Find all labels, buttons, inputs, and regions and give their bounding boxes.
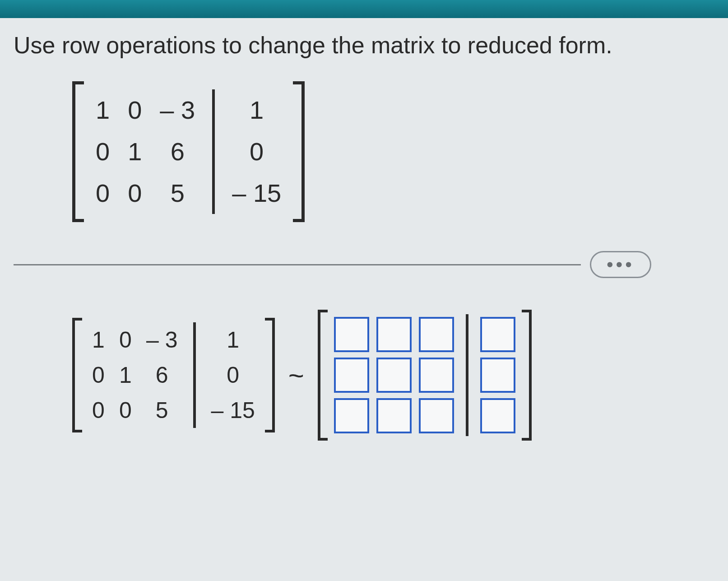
matrix-cell: 0: [87, 131, 119, 172]
matrix-cell: 0: [112, 393, 139, 428]
augment-bar-icon: [212, 89, 215, 214]
matrix-cell: 5: [139, 393, 185, 428]
answer-input-r3aug[interactable]: [480, 398, 515, 433]
answer-input-r1c3[interactable]: [419, 317, 454, 352]
bracket-right-icon: [522, 310, 532, 441]
answer-input-r2c3[interactable]: [419, 358, 454, 393]
matrix-cell: – 15: [223, 172, 290, 214]
matrix-cell: 6: [139, 358, 185, 393]
answer-input-r1aug[interactable]: [480, 317, 515, 352]
matrix-cell: – 3: [139, 322, 185, 358]
matrix-cell: 6: [151, 131, 204, 172]
matrix-cell: 1: [119, 131, 151, 172]
matrix-cell: 0: [85, 393, 112, 428]
matrix-cell: 1: [204, 322, 262, 358]
bracket-left-icon: [318, 310, 328, 441]
bracket-left-icon: [72, 81, 82, 222]
answer-input-r3c2[interactable]: [376, 398, 412, 433]
matrix-cell: 0: [223, 131, 290, 172]
given-matrix: 1 0 0 0 1 0 – 3 6 5 1 0 – 1: [72, 81, 305, 222]
bracket-right-icon: [295, 81, 305, 222]
augment-bar-icon: [193, 322, 196, 428]
answer-input-r2c2[interactable]: [376, 358, 412, 393]
matrix-cell: 0: [85, 358, 112, 393]
matrix-cell: 0: [112, 322, 139, 358]
matrix-cell: – 15: [204, 393, 262, 428]
answer-input-r1c2[interactable]: [376, 317, 412, 352]
answer-input-r3c3[interactable]: [419, 398, 454, 433]
answer-input-r2aug[interactable]: [480, 358, 515, 393]
divider-line: [14, 264, 581, 265]
answer-input-r1c1[interactable]: [334, 317, 369, 352]
left-matrix: 1 0 0 0 1 0 – 3 6 5 1 0 – 1: [72, 318, 275, 432]
answer-matrix: [318, 310, 532, 441]
app-top-bar: [0, 0, 728, 18]
matrix-cell: 0: [87, 172, 119, 214]
answer-input-r3c1[interactable]: [334, 398, 369, 433]
question-content: Use row operations to change the matrix …: [0, 18, 728, 581]
matrix-cell: 5: [151, 172, 204, 214]
tilde-symbol: ~: [288, 360, 304, 391]
matrix-cell: 1: [87, 89, 119, 131]
matrix-cell: – 3: [151, 89, 204, 131]
matrix-cell: 0: [119, 172, 151, 214]
bracket-right-icon: [265, 318, 275, 432]
more-button[interactable]: •••: [590, 251, 651, 278]
answer-input-r2c1[interactable]: [334, 358, 369, 393]
matrix-cell: 0: [204, 358, 262, 393]
matrix-cell: 1: [112, 358, 139, 393]
section-divider: •••: [14, 251, 714, 278]
answer-row: 1 0 0 0 1 0 – 3 6 5 1 0 – 1: [72, 310, 714, 441]
matrix-cell: 1: [223, 89, 290, 131]
matrix-cell: 1: [85, 322, 112, 358]
augment-bar-icon: [466, 314, 468, 436]
instruction-text: Use row operations to change the matrix …: [14, 32, 714, 59]
matrix-cell: 0: [119, 89, 151, 131]
bracket-left-icon: [72, 318, 82, 432]
given-matrix-region: 1 0 0 0 1 0 – 3 6 5 1 0 – 1: [72, 81, 714, 224]
